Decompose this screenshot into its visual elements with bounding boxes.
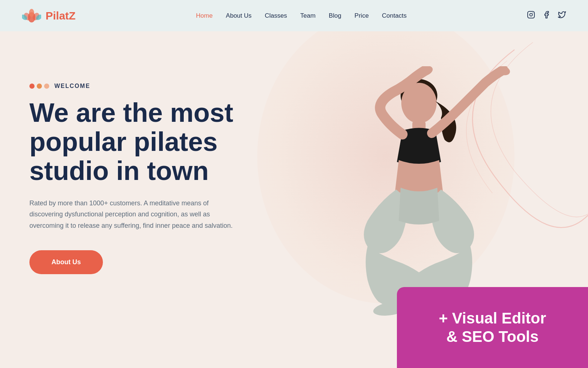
svg-point-7 <box>530 13 532 16</box>
nav-item-about[interactable]: About Us <box>226 12 252 20</box>
promo-banner: + Visual Editor & SEO Tools <box>397 287 588 368</box>
nav-item-blog[interactable]: Blog <box>329 12 341 20</box>
hero-description: Rated by more than 1000+ customers. A me… <box>29 198 243 231</box>
logo[interactable]: PilatZ <box>22 6 76 25</box>
main-content: WELCOME We are the most popular pilates … <box>0 31 588 368</box>
welcome-label: WELCOME <box>54 83 90 89</box>
welcome-row: WELCOME <box>29 83 279 89</box>
nav-item-team[interactable]: Team <box>300 12 316 20</box>
main-nav: Home About Us Classes Team Blog Price Co… <box>196 12 406 20</box>
svg-rect-6 <box>528 11 534 18</box>
svg-point-5 <box>29 9 34 17</box>
about-us-button[interactable]: About Us <box>29 250 103 274</box>
nav-item-classes[interactable]: Classes <box>265 12 287 20</box>
dot-3 <box>44 84 49 89</box>
nav-item-home[interactable]: Home <box>196 12 212 20</box>
logo-icon <box>22 6 41 25</box>
dot-1 <box>29 84 35 89</box>
dot-2 <box>37 84 42 89</box>
facebook-icon[interactable] <box>542 11 551 21</box>
promo-text: + Visual Editor & SEO Tools <box>439 309 546 346</box>
logo-text: PilatZ <box>46 10 76 22</box>
svg-point-8 <box>533 13 533 13</box>
hero-content: WELCOME We are the most popular pilates … <box>29 83 279 274</box>
hero-title: We are the most popular pilates studio i… <box>29 98 279 186</box>
nav-item-price[interactable]: Price <box>355 12 369 20</box>
instagram-icon[interactable] <box>527 11 535 21</box>
header: PilatZ Home About Us Classes Team Blog P… <box>0 0 588 31</box>
nav-item-contacts[interactable]: Contacts <box>382 12 406 20</box>
social-links <box>527 11 566 21</box>
twitter-icon[interactable] <box>558 11 566 21</box>
dot-decorations <box>29 84 49 89</box>
